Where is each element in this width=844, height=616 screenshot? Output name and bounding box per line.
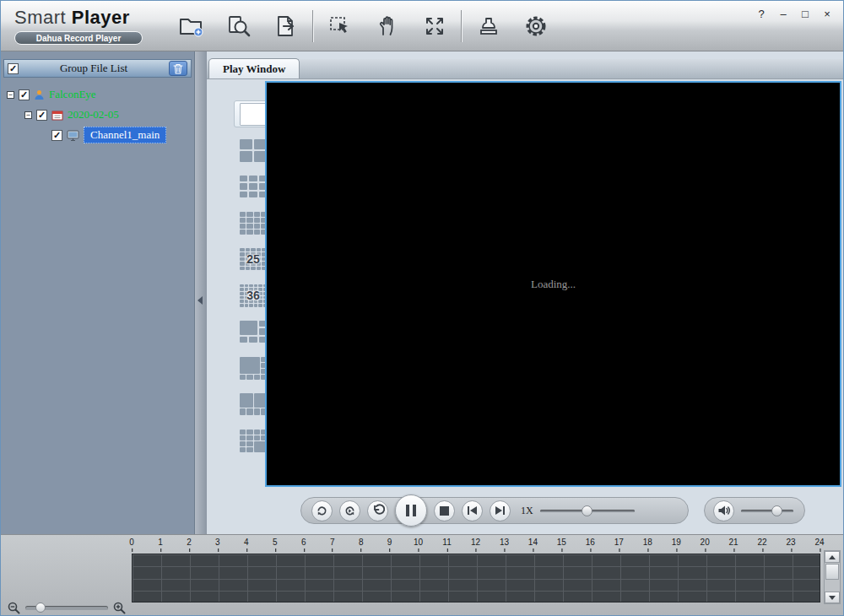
- hour-label: 2: [187, 538, 192, 547]
- tree-row-group[interactable]: − ✓ FalconEye: [1, 84, 194, 105]
- pan-hand-icon: [376, 15, 398, 37]
- group-label[interactable]: FalconEye: [49, 88, 96, 101]
- zoom-out-icon[interactable]: [8, 602, 20, 614]
- channel-label[interactable]: Channel1_main: [84, 127, 166, 143]
- hour-label: 23: [786, 538, 795, 547]
- pause-icon: [406, 505, 416, 516]
- timeline-panel: 0123456789101112131415161718192021222324: [1, 534, 844, 616]
- hour-label: 21: [729, 538, 738, 547]
- open-folder-button[interactable]: [168, 8, 215, 44]
- volume-controls: [704, 497, 805, 524]
- hour-label: 17: [614, 538, 624, 547]
- close-button[interactable]: ×: [821, 8, 833, 20]
- layout-25-label: 25: [240, 248, 267, 271]
- scrollbar-thumb[interactable]: [825, 564, 839, 580]
- select-region-button[interactable]: [316, 8, 364, 44]
- group-list-checkbox[interactable]: ✓: [8, 63, 19, 74]
- hour-label: 12: [471, 538, 480, 547]
- settings-gear-icon: [524, 14, 548, 38]
- volume-slider-track[interactable]: [741, 510, 793, 512]
- hour-label: 13: [500, 538, 509, 547]
- hour-label: 15: [557, 538, 566, 547]
- scroll-down-button[interactable]: [825, 592, 840, 603]
- minimize-button[interactable]: –: [777, 8, 789, 20]
- hour-label: 16: [586, 538, 595, 547]
- channel-checkbox[interactable]: ✓: [51, 130, 62, 141]
- date-checkbox[interactable]: ✓: [36, 110, 47, 121]
- search-button[interactable]: [215, 8, 262, 44]
- next-frame-button[interactable]: [490, 500, 511, 521]
- calendar-icon: [51, 110, 63, 121]
- zoom-slider[interactable]: [25, 606, 108, 610]
- collapse-toggle-icon[interactable]: −: [7, 91, 14, 99]
- timeline-scrollbar[interactable]: [824, 550, 841, 604]
- timeline-grid[interactable]: [132, 554, 820, 602]
- speed-slider-thumb[interactable]: [582, 505, 592, 516]
- collapse-toggle-icon[interactable]: −: [24, 111, 32, 119]
- hour-label: 1: [158, 538, 163, 547]
- date-label[interactable]: 2020-02-05: [68, 108, 119, 122]
- rewind-button[interactable]: [367, 500, 388, 521]
- collapse-left-icon: [197, 296, 203, 305]
- tab-play-window[interactable]: Play Window: [208, 58, 300, 78]
- hour-label: 19: [672, 538, 681, 547]
- toolbar-separator: [461, 10, 463, 42]
- hour-label: 10: [414, 538, 423, 547]
- speed-label: 1X: [521, 505, 533, 517]
- volume-slider-thumb[interactable]: [771, 505, 782, 516]
- pause-button[interactable]: [395, 494, 427, 527]
- tree-row-channel[interactable]: ✓ Channel1_main: [1, 125, 194, 145]
- fullscreen-button[interactable]: [411, 8, 458, 44]
- settings-button[interactable]: [512, 8, 560, 44]
- pan-button[interactable]: [364, 8, 411, 44]
- stop-icon: [440, 506, 449, 516]
- prev-frame-button[interactable]: [462, 500, 483, 521]
- sidebar-collapse-strip[interactable]: [195, 51, 207, 534]
- timeline-ruler[interactable]: 0123456789101112131415161718192021222324: [132, 538, 820, 553]
- tree-row-date[interactable]: − ✓ 2020-02-05: [1, 105, 194, 125]
- hour-label: 22: [758, 538, 767, 547]
- help-button[interactable]: ?: [755, 8, 767, 20]
- export-button[interactable]: [262, 8, 310, 44]
- hour-label: 5: [273, 538, 278, 547]
- hour-label: 20: [701, 538, 710, 547]
- window-controls: ? – □ ×: [755, 8, 833, 20]
- sync-play-button[interactable]: [311, 500, 333, 521]
- app-logo: Smart Player Dahua Record Player: [14, 7, 143, 45]
- async-play-button[interactable]: [339, 500, 360, 521]
- watermark-button[interactable]: [465, 8, 512, 44]
- main-area: ✓ Group File List − ✓ FalconEye − ✓ 202: [1, 51, 844, 534]
- hour-label: 18: [643, 538, 652, 547]
- mute-button[interactable]: [713, 500, 734, 521]
- sidebar: ✓ Group File List − ✓ FalconEye − ✓ 202: [1, 51, 195, 534]
- zoom-slider-thumb[interactable]: [35, 602, 46, 613]
- top-toolbar: Smart Player Dahua Record Player: [1, 1, 843, 51]
- hour-label: 6: [301, 538, 306, 547]
- scroll-up-button[interactable]: [825, 551, 840, 563]
- group-checkbox[interactable]: ✓: [19, 89, 30, 100]
- toolbar-buttons: [168, 8, 560, 45]
- tab-bar: Play Window: [207, 59, 844, 79]
- smart-player-window: Smart Player Dahua Record Player: [0, 0, 844, 616]
- maximize-button[interactable]: □: [799, 8, 811, 20]
- stop-button[interactable]: [434, 500, 455, 521]
- search-icon: [227, 15, 251, 37]
- zoom-in-icon[interactable]: [113, 602, 126, 614]
- layout-36-label: 36: [240, 284, 267, 307]
- app-subtitle-badge: Dahua Record Player: [14, 31, 143, 45]
- select-icon: [328, 15, 352, 37]
- delete-group-button[interactable]: [169, 61, 187, 76]
- speed-slider[interactable]: [540, 500, 635, 521]
- volume-slider[interactable]: [741, 500, 793, 521]
- trash-icon: [173, 63, 183, 74]
- app-title: Smart Player: [14, 7, 143, 29]
- sync-icon: [316, 505, 328, 517]
- arrow-down-icon: [829, 596, 836, 600]
- video-canvas[interactable]: Loading...: [265, 81, 841, 487]
- open-folder-icon: [179, 15, 204, 37]
- hour-label: 7: [330, 538, 335, 547]
- fullscreen-icon: [423, 14, 446, 38]
- hour-label: 24: [814, 538, 824, 547]
- hour-label: 11: [442, 538, 451, 547]
- playback-controls: 1X: [300, 497, 689, 524]
